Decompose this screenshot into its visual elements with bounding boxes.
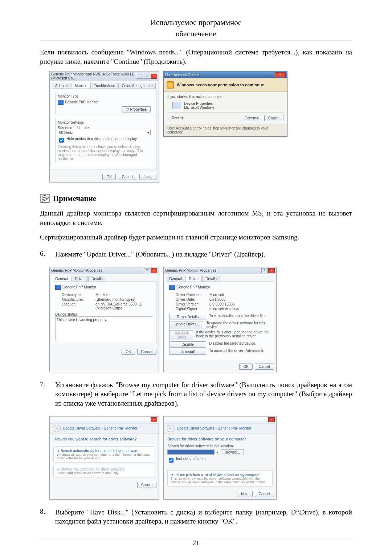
monitor-type-label: Monitor Type [58,94,151,98]
properties-general-window: Generic PnP Monitor Properties ?× Genera… [49,267,159,372]
tab-details[interactable]: Details [88,276,106,282]
tab-adapter[interactable]: Adapter [52,83,71,89]
close-icon[interactable]: × [268,268,275,273]
wizard-title: Update Driver Software - Generic PnP Mon… [177,426,251,430]
update-driver-button[interactable]: Update Driver... [169,321,203,329]
cancel-button[interactable]: Cancel [255,364,274,370]
header-rule [40,41,352,41]
driver-date-value: 6/21/2006 [209,297,226,301]
digital-signer-value: microsoft windows [209,307,239,311]
uninstall-button[interactable]: Uninstall [169,349,206,355]
device-name: Generic PnP Monitor [62,285,96,289]
cancel-button[interactable]: Cancel [118,174,137,180]
ok-button[interactable]: OK [102,174,115,180]
page-number: 21 [40,539,352,547]
wizard-heading: Browse for driver software on your compu… [164,434,276,444]
device-type-value: Monitors [95,293,109,297]
paragraph-1: Если появилось сообщение "Windows needs.… [40,48,352,66]
refresh-rate-label: Screen refresh rate: [58,126,151,130]
note-paragraph-1: Данный драйвер монитора является сертифи… [40,209,352,227]
cancel-button[interactable]: Cancel [137,482,156,488]
chevron-down-icon: ▾ [147,131,149,135]
close-icon[interactable]: × [268,417,275,422]
option-let-me-pick-desc: This list will show installed driver sof… [171,477,269,484]
next-button[interactable]: Next [237,491,253,497]
location-key: Location: [62,302,93,310]
cancel-button[interactable]: Cancel [137,349,156,355]
uac-if-started: If you started this action, continue. [167,95,283,99]
device-status-header: Device status [55,312,153,316]
page-header-line2: обеспечение [40,29,352,38]
apply-button[interactable]: Apply [139,174,156,180]
chevron-down-icon[interactable]: ⌄ [167,116,170,120]
help-icon[interactable]: ? [261,268,268,273]
option-browse-computer[interactable]: ➜ Browse my computer for driver software… [53,465,155,477]
monitor-properties-window: Generic PnP Monitor and NVIDIA GeForce 6… [49,71,159,182]
ok-button[interactable]: OK [122,349,135,355]
browse-button[interactable]: Browse... [221,449,244,455]
update-driver-search-window: × ← Update Driver Software - Generic PnP… [49,416,159,500]
option-search-auto-desc: Windows will search your computer and th… [57,453,152,460]
close-icon[interactable]: × [151,268,157,273]
tab-color-management[interactable]: Color Management [118,83,156,89]
disable-button[interactable]: Disable [169,341,206,348]
note-heading: Примечание [40,193,352,204]
option-search-auto[interactable]: ➜ Search automatically for updated drive… [53,446,155,463]
figure-row-3: × ← Update Driver Software - Generic PnP… [49,416,350,500]
minimize-icon[interactable]: _ [137,74,143,79]
option-let-me-pick[interactable]: ➜ Let me pick from a list of device driv… [167,470,273,487]
footer-rule [40,537,352,537]
tab-details[interactable]: Details [202,276,220,282]
tab-monitor[interactable]: Monitor [72,83,90,89]
close-icon[interactable]: × [275,72,286,77]
back-icon[interactable]: ← [167,425,175,432]
help-icon[interactable]: ? [144,268,150,273]
back-icon[interactable]: ← [53,425,61,432]
update-driver-browse-window: × ← Update Driver Software - Generic PnP… [163,416,277,500]
window-title: Generic PnP Monitor Properties [165,268,216,272]
tab-general[interactable]: General [52,276,72,282]
digital-signer-key: Digital Signer: [176,307,207,311]
path-input[interactable] [167,450,215,455]
wizard-title: Update Driver Software - Generic PnP Mon… [63,426,137,430]
continue-button[interactable]: Continue [241,115,263,121]
driver-details-desc: To view details about the driver files. [209,314,268,320]
disable-desc: Disables the selected device. [209,341,256,348]
step-6-text: Нажмите "Update Driver..." (Обновить...)… [55,250,352,259]
rollback-driver-desc: If the device fails after updating the d… [196,330,271,340]
step-8-number: 8. [40,508,49,526]
figure-row-2: Generic PnP Monitor Properties ?× Genera… [49,267,350,372]
close-icon[interactable]: × [151,74,157,79]
refresh-rate-select[interactable]: 60 Hertz▾ [58,130,151,135]
uac-footer-text: User Account Control helps stop unauthor… [164,124,287,136]
step-7-text: Установите флажок "Browse my computer fo… [55,380,352,408]
properties-driver-window: Generic PnP Monitor Properties ?× Genera… [163,267,277,372]
rollback-driver-button[interactable]: Roll Back Driver [169,330,193,340]
include-subfolders-checkbox[interactable] [169,458,173,463]
uac-title: User Account Control [165,73,200,77]
driver-version-value: 6.0.6000.16386 [209,302,235,306]
device-status-textbox: This device is working properly. [55,316,153,341]
window-title: Generic PnP Monitor Properties [51,268,102,272]
note-title: Примечание [53,194,96,203]
driver-details-button[interactable]: Driver Details [169,314,206,320]
manufacturer-value: (Standard monitor types) [95,297,135,301]
tab-general[interactable]: General [166,276,185,282]
driver-provider-key: Driver Provider: [176,293,207,297]
close-icon[interactable]: × [151,417,157,422]
properties-button[interactable]: 🛡 Properties [122,106,151,112]
monitor-settings-header: Monitor Settings [58,120,151,124]
uac-app-name: Device Properties [184,102,215,106]
uac-details-toggle[interactable]: Details [172,116,184,120]
tab-driver[interactable]: Driver [72,276,88,282]
tab-troubleshoot[interactable]: Troubleshoot [90,83,118,89]
hide-modes-checkbox[interactable] [59,138,64,143]
monitor-name: Generic PnP Monitor [65,100,99,104]
tab-driver[interactable]: Driver [186,276,202,282]
cancel-button[interactable]: Cancel [255,491,274,497]
driver-date-key: Driver Date: [176,297,207,301]
ok-button[interactable]: OK [239,364,252,370]
cancel-button[interactable]: Cancel [264,115,283,121]
maximize-icon[interactable]: □ [144,74,150,79]
device-type-key: Device type: [62,293,93,297]
